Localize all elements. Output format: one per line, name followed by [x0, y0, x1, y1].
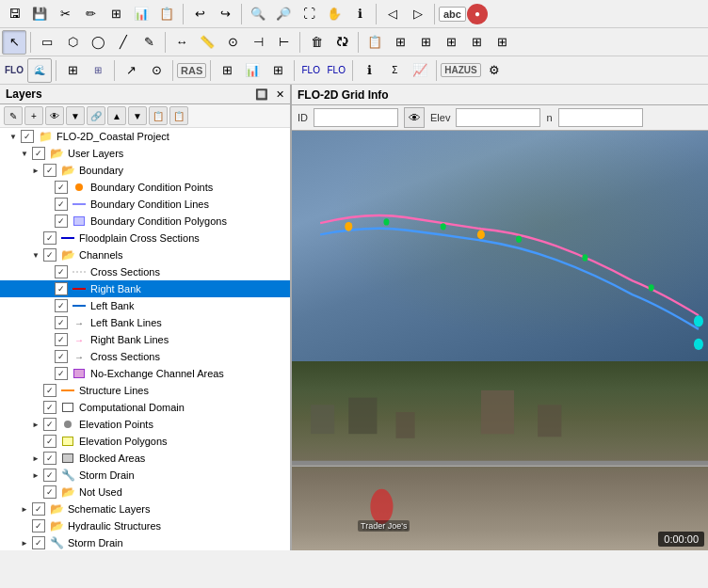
- check-floodplain[interactable]: [43, 231, 56, 245]
- check-elpoly[interactable]: [43, 435, 56, 448]
- tb-poly[interactable]: ⬡: [60, 30, 85, 55]
- tb3-flo2[interactable]: FLO: [324, 58, 348, 83]
- tb3-grid4[interactable]: ⊞: [266, 58, 290, 83]
- layer-structure-lines[interactable]: Structure Lines: [0, 382, 290, 399]
- tb-forward[interactable]: ▷: [406, 2, 430, 26]
- layers-minimize[interactable]: 🔲: [255, 88, 268, 101]
- tb-delete[interactable]: 🗑: [304, 30, 329, 55]
- check-sd2[interactable]: [32, 536, 45, 549]
- eye-button[interactable]: 👁: [404, 107, 425, 128]
- tb3-1[interactable]: FLO: [2, 58, 26, 83]
- check-ba[interactable]: [43, 452, 56, 465]
- check-boundary[interactable]: [43, 164, 56, 177]
- layer-hydraulic[interactable]: 📂 Hydraulic Structures: [0, 517, 290, 534]
- check-sd1[interactable]: [43, 469, 56, 482]
- expand-user-layers[interactable]: [19, 148, 30, 159]
- layer-filter-btn[interactable]: ▼: [66, 106, 85, 125]
- layer-floodplain[interactable]: Floodplain Cross Sections: [0, 230, 290, 246]
- tb-grid[interactable]: ⊞: [104, 2, 128, 26]
- layer-user-layers[interactable]: 📂 User Layers: [0, 145, 290, 162]
- tb-zoom-out[interactable]: 🔎: [271, 2, 296, 26]
- check-bc-lines[interactable]: [55, 198, 68, 211]
- tb-cut[interactable]: ✂: [53, 2, 77, 26]
- layer-storm-drain-2[interactable]: 🔧 Storm Drain: [0, 534, 290, 550]
- tb-open[interactable]: 🖫: [2, 2, 26, 26]
- tb-circle[interactable]: ◯: [86, 30, 110, 55]
- check-ep[interactable]: [43, 418, 56, 431]
- tb-measure[interactable]: 📏: [195, 30, 219, 55]
- tb-split[interactable]: ⊣: [246, 30, 270, 55]
- check-lbl[interactable]: [55, 316, 68, 329]
- expand-root[interactable]: [8, 131, 19, 142]
- layer-bc-points[interactable]: Boundary Condition Points: [0, 179, 290, 196]
- layer-elev-polygons[interactable]: Elevation Polygons: [0, 433, 290, 450]
- check-cs1[interactable]: [55, 265, 68, 278]
- expand-schematic[interactable]: [19, 503, 30, 515]
- tb-select[interactable]: ↖: [2, 30, 26, 55]
- check-bc-polygons[interactable]: [55, 215, 68, 228]
- map-area[interactable]: Trader Joe's 0:00:00: [292, 131, 708, 550]
- tb3-grid[interactable]: ⊞: [60, 58, 85, 83]
- layer-left-bank-lines[interactable]: → Left Bank Lines: [0, 314, 290, 331]
- tb3-calc[interactable]: Σ: [382, 58, 407, 83]
- exp-ep[interactable]: [30, 419, 41, 430]
- tb-redo[interactable]: ↪: [213, 2, 237, 26]
- expand-channels[interactable]: [30, 249, 41, 261]
- exp-ba[interactable]: [30, 453, 41, 464]
- tb-save[interactable]: 💾: [27, 2, 52, 26]
- check-sl[interactable]: [43, 384, 56, 397]
- tb-freehand[interactable]: ✎: [137, 30, 161, 55]
- tb-undo[interactable]: ↩: [187, 2, 212, 26]
- tb-identify[interactable]: ℹ: [347, 2, 372, 26]
- tb-node[interactable]: ⊙: [220, 30, 245, 55]
- tb-copy[interactable]: 📋: [154, 2, 179, 26]
- layer-no-exchange[interactable]: No-Exchange Channel Areas: [0, 365, 290, 382]
- tb-pan[interactable]: ✋: [322, 2, 346, 26]
- check-left-bank[interactable]: [55, 299, 68, 312]
- tb-merge[interactable]: ⊢: [271, 30, 296, 55]
- layer-bc-polygons[interactable]: Boundary Condition Polygons: [0, 213, 290, 230]
- check-nu[interactable]: [43, 485, 56, 499]
- layer-copy-btn[interactable]: 📋: [149, 106, 168, 125]
- tb-more3[interactable]: ⊞: [439, 30, 463, 55]
- check-channels[interactable]: [43, 248, 56, 262]
- tb-back[interactable]: ◁: [380, 2, 405, 26]
- layer-elev-points[interactable]: Elevation Points: [0, 416, 290, 433]
- expand-boundary[interactable]: [30, 165, 41, 176]
- check-schematic[interactable]: [32, 502, 45, 516]
- check-cs2[interactable]: [55, 350, 68, 363]
- tb-more2[interactable]: ⊞: [413, 30, 438, 55]
- check-root[interactable]: [21, 130, 34, 143]
- tb-more5[interactable]: ⊞: [490, 30, 514, 55]
- layer-link-btn[interactable]: 🔗: [87, 106, 105, 125]
- tb-more4[interactable]: ⊞: [464, 30, 489, 55]
- layer-storm-drain-1[interactable]: 🔧 Storm Drain: [0, 467, 290, 484]
- tb3-info[interactable]: ℹ: [357, 58, 381, 83]
- check-bc-points[interactable]: [55, 181, 68, 194]
- layer-channels[interactable]: 📂 Channels: [0, 246, 290, 263]
- id-input[interactable]: [314, 108, 398, 127]
- tb-refresh[interactable]: 🗘: [330, 30, 354, 55]
- elev-input[interactable]: [456, 108, 540, 127]
- tb-zoom-in[interactable]: 🔍: [246, 2, 270, 26]
- check-cd[interactable]: [43, 401, 56, 414]
- check-user-layers[interactable]: [32, 147, 45, 160]
- layers-close[interactable]: ✕: [276, 88, 284, 101]
- layer-cross-sections-2[interactable]: → Cross Sections: [0, 348, 290, 365]
- layer-edit-btn[interactable]: ✎: [4, 106, 23, 125]
- layer-boundary[interactable]: 📂 Boundary: [0, 162, 290, 179]
- layer-left-bank[interactable]: Left Bank: [0, 297, 290, 314]
- layer-add-btn[interactable]: +: [24, 106, 43, 125]
- layer-right-bank[interactable]: Right Bank: [0, 280, 290, 297]
- tb3-2[interactable]: 🌊: [27, 58, 52, 83]
- tb-final[interactable]: ●: [467, 4, 488, 24]
- layer-visibility-btn[interactable]: 👁: [45, 106, 64, 125]
- layer-paste-btn[interactable]: 📋: [169, 106, 188, 125]
- layer-up-btn[interactable]: ▲: [107, 106, 126, 125]
- check-rbl[interactable]: [55, 333, 68, 346]
- layer-bc-lines[interactable]: Boundary Condition Lines: [0, 196, 290, 213]
- tb3-grid2[interactable]: ⊞: [86, 58, 110, 83]
- layer-not-used[interactable]: 📂 Not Used: [0, 484, 290, 501]
- tb-line[interactable]: ╱: [111, 30, 136, 55]
- layer-schematic[interactable]: 📂 Schematic Layers: [0, 501, 290, 517]
